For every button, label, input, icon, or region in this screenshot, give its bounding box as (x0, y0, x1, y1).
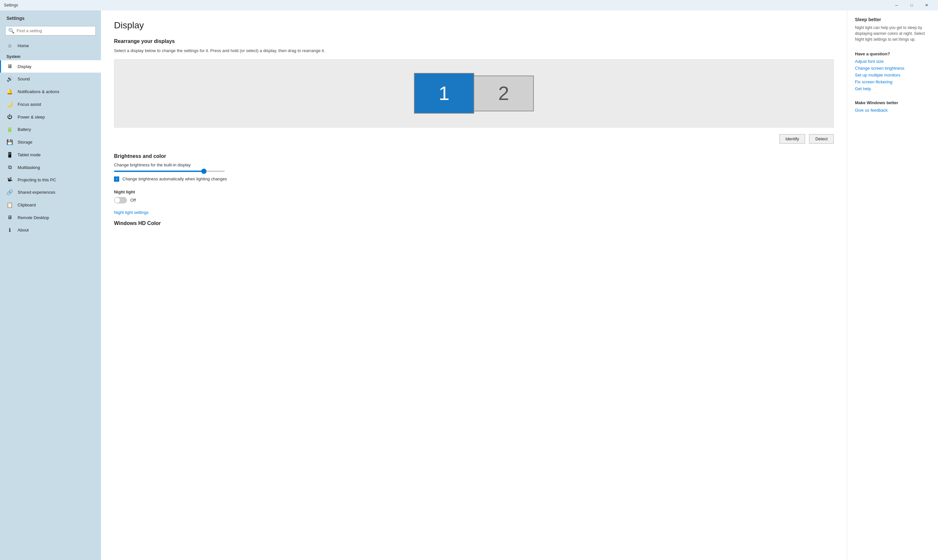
settings-title: Settings (6, 15, 25, 21)
brightness-slider-thumb[interactable] (201, 169, 206, 174)
sidebar-item-remote[interactable]: 🖥 Remote Desktop (0, 211, 101, 224)
fix-flickering-link[interactable]: Fix screen flickering (855, 80, 930, 84)
display-icon: 🖥 (6, 63, 13, 69)
main-area: Display Rearrange your displays Select a… (101, 11, 938, 560)
night-light-state: Off (130, 198, 136, 203)
windows-better-section: Make Windows better Give us feedback (855, 100, 930, 113)
monitor-1-label: 1 (439, 82, 450, 105)
sidebar-label-battery: Battery (18, 127, 31, 132)
sidebar-item-sound[interactable]: 🔊 Sound (0, 72, 101, 85)
content-area: Display Rearrange your displays Select a… (101, 11, 847, 560)
monitor-2[interactable]: 2 (474, 75, 534, 111)
battery-icon: 🔋 (6, 126, 13, 132)
sidebar-item-projecting[interactable]: 📽 Projecting to this PC (0, 174, 101, 186)
storage-icon: 💾 (6, 139, 13, 145)
give-feedback-link[interactable]: Give us feedback (855, 108, 930, 113)
clipboard-icon: 📋 (6, 202, 13, 208)
window-controls: ─ □ ✕ (889, 0, 934, 11)
question-section: Have a question? Adjust font size Change… (855, 51, 930, 91)
sidebar-label-display: Display (18, 64, 32, 69)
sidebar-item-shared[interactable]: 🔗 Shared experiences (0, 186, 101, 198)
brightness-label: Change brightness for the built-in displ… (114, 163, 834, 167)
maximize-button[interactable]: □ (904, 0, 919, 11)
window-title: Settings (4, 3, 18, 8)
sidebar-item-display[interactable]: 🖥 Display (0, 60, 101, 72)
right-panel: Sleep better Night light can help you ge… (847, 11, 938, 560)
rearrange-desc: Select a display below to change the set… (114, 48, 834, 54)
auto-brightness-row[interactable]: ✓ Change brightness automatically when l… (114, 177, 834, 182)
sidebar-search-box[interactable]: 🔍 (5, 26, 96, 35)
sidebar-label-remote: Remote Desktop (18, 215, 49, 220)
minimize-button[interactable]: ─ (889, 0, 904, 11)
sleep-title: Sleep better (855, 17, 930, 22)
display-actions: Identify Detect (114, 134, 834, 143)
sidebar-item-home[interactable]: ⌂ Home (0, 39, 101, 52)
question-title: Have a question? (855, 51, 930, 56)
sidebar-item-power[interactable]: ⏻ Power & sleep (0, 111, 101, 123)
brightness-section-title: Brightness and color (114, 153, 834, 159)
home-icon: ⌂ (6, 43, 13, 49)
night-light-section: Night light Off Night light settings (114, 189, 834, 215)
auto-brightness-checkbox[interactable]: ✓ (114, 177, 119, 182)
windows-hd-title: Windows HD Color (114, 220, 834, 226)
checkmark-icon: ✓ (115, 177, 118, 181)
sidebar-item-notifications[interactable]: 🔔 Notifications & actions (0, 85, 101, 98)
sidebar-section-system: System (0, 52, 101, 60)
projecting-icon: 📽 (6, 177, 13, 183)
auto-brightness-label: Change brightness automatically when lig… (122, 177, 227, 182)
sidebar-label-sound: Sound (18, 77, 30, 82)
sleep-section: Sleep better Night light can help you ge… (855, 17, 930, 42)
toggle-knob (115, 198, 120, 203)
multitasking-icon: ⧉ (6, 165, 13, 170)
close-button[interactable]: ✕ (919, 0, 934, 11)
display-preview-area[interactable]: 1 2 (114, 59, 834, 128)
notifications-icon: 🔔 (6, 89, 13, 95)
sidebar-header: Settings (0, 11, 101, 23)
sidebar-label-shared: Shared experiences (18, 190, 55, 195)
get-help-link[interactable]: Get help (855, 86, 930, 91)
sidebar-item-multitasking[interactable]: ⧉ Multitasking (0, 161, 101, 174)
sidebar-label-focus: Focus assist (18, 102, 41, 107)
about-icon: ℹ (6, 227, 13, 233)
sidebar-label-tablet: Tablet mode (18, 152, 41, 157)
change-brightness-link[interactable]: Change screen brightness (855, 66, 930, 71)
sidebar-label-notifications: Notifications & actions (18, 89, 59, 94)
shared-icon: 🔗 (6, 189, 13, 195)
sidebar-item-storage[interactable]: 💾 Storage (0, 136, 101, 148)
night-light-settings-link[interactable]: Night light settings (114, 210, 148, 215)
sidebar-item-focus[interactable]: 🌙 Focus assist (0, 98, 101, 111)
sidebar-label-multitasking: Multitasking (18, 165, 40, 170)
tablet-icon: 📱 (6, 152, 13, 158)
sidebar-label-storage: Storage (18, 140, 32, 145)
sidebar-item-clipboard[interactable]: 📋 Clipboard (0, 198, 101, 211)
night-light-toggle[interactable] (114, 197, 127, 203)
search-input[interactable] (17, 28, 93, 33)
sidebar-item-tablet[interactable]: 📱 Tablet mode (0, 148, 101, 161)
remote-icon: 🖥 (6, 215, 13, 220)
sidebar-item-about[interactable]: ℹ About (0, 224, 101, 236)
adjust-font-link[interactable]: Adjust font size (855, 59, 930, 64)
detect-button[interactable]: Detect (809, 134, 834, 143)
sidebar-label-power: Power & sleep (18, 115, 45, 120)
rearrange-title: Rearrange your displays (114, 38, 834, 44)
search-icon: 🔍 (8, 28, 15, 34)
windows-better-title: Make Windows better (855, 100, 930, 105)
app-body: Settings 🔍 ⌂ Home System 🖥 Display 🔊 Sou… (0, 11, 938, 560)
monitor-2-label: 2 (498, 82, 509, 105)
sidebar-label-clipboard: Clipboard (18, 203, 36, 208)
identify-button[interactable]: Identify (779, 134, 806, 143)
sidebar-label-about: About (18, 228, 29, 232)
night-light-toggle-row: Off (114, 197, 834, 203)
focus-icon: 🌙 (6, 101, 13, 108)
sound-icon: 🔊 (6, 76, 13, 82)
sidebar-item-battery[interactable]: 🔋 Battery (0, 123, 101, 136)
brightness-slider-container[interactable] (114, 171, 834, 172)
sidebar-label-projecting: Projecting to this PC (18, 177, 56, 182)
monitor-1[interactable]: 1 (414, 73, 474, 114)
page-title: Display (114, 20, 834, 31)
sleep-desc: Night light can help you get to sleep by… (855, 25, 930, 42)
sidebar: Settings 🔍 ⌂ Home System 🖥 Display 🔊 Sou… (0, 11, 101, 560)
night-light-label: Night light (114, 189, 834, 194)
multiple-monitors-link[interactable]: Set up multiple monitors (855, 72, 930, 77)
brightness-slider[interactable] (114, 171, 205, 172)
